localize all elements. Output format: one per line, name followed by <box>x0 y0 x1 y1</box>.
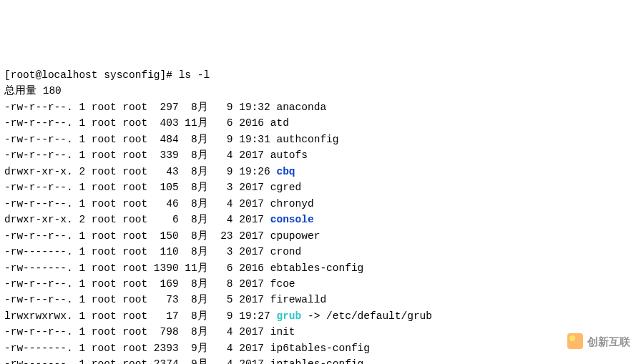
file-name: init <box>270 326 295 338</box>
file-name: cpupower <box>270 230 320 242</box>
file-name: anaconda <box>276 102 326 113</box>
listing-row: -rw-r--r--. 1 root root 73 8月 5 2017 fir… <box>4 292 637 308</box>
file-name: ebtables-config <box>270 262 364 274</box>
listing-row: lrwxrwxrwx. 1 root root 17 8月 9 19:27 gr… <box>4 308 637 324</box>
file-name-link: grub <box>276 310 301 322</box>
file-name: autofs <box>270 149 308 161</box>
file-name: firewalld <box>270 294 326 305</box>
file-name: chronyd <box>270 198 314 210</box>
prompt-line: [root@localhost sysconfig]# ls -l <box>4 67 637 83</box>
listing-row: drwxr-xr-x. 2 root root 43 8月 9 19:26 cb… <box>4 164 637 179</box>
listing-row: -rw-r--r--. 1 root root 484 8月 9 19:31 a… <box>4 132 637 147</box>
listing-row: -rw-r--r--. 1 root root 105 8月 3 2017 cg… <box>4 179 637 195</box>
watermark-logo-icon <box>567 333 583 349</box>
listing-row: -rw-------. 1 root root 2374 9月 4 2017 i… <box>4 356 637 364</box>
listing-row: -rw-r--r--. 1 root root 169 8月 8 2017 fc… <box>4 276 637 292</box>
file-name-dir: console <box>270 214 314 225</box>
file-name: authconfig <box>276 134 338 145</box>
watermark-text: 创新互联 <box>587 333 630 350</box>
file-name: fcoe <box>270 278 295 290</box>
listing-row: -rw-r--r--. 1 root root 798 8月 4 2017 in… <box>4 324 637 340</box>
listing-row: -rw-r--r--. 1 root root 46 8月 4 2017 chr… <box>4 196 637 212</box>
listing-row: -rw-------. 1 root root 2393 9月 4 2017 i… <box>4 340 637 356</box>
listing-row: -rw-r--r--. 1 root root 297 8月 9 19:32 a… <box>4 99 637 115</box>
listing-row: -rw-------. 1 root root 1390 11月 6 2016 … <box>4 260 637 276</box>
file-name: atd <box>270 117 289 129</box>
file-name: iptables-config <box>270 358 364 364</box>
listing-row: -rw-r--r--. 1 root root 339 8月 4 2017 au… <box>4 147 637 163</box>
file-name: crond <box>270 246 302 257</box>
listing-row: -rw-r--r--. 1 root root 150 8月 23 2017 c… <box>4 228 637 244</box>
listing-row: -rw-------. 1 root root 110 8月 3 2017 cr… <box>4 244 637 260</box>
listing-row: -rw-r--r--. 1 root root 403 11月 6 2016 a… <box>4 115 637 131</box>
file-name: cgred <box>270 182 302 193</box>
file-name: ip6tables-config <box>270 343 370 354</box>
total-line: 总用量 180 <box>4 83 637 99</box>
file-name-dir: cbq <box>276 166 295 177</box>
listing-row: drwxr-xr-x. 2 root root 6 8月 4 2017 cons… <box>4 212 637 227</box>
terminal-output: [root@localhost sysconfig]# ls -l总用量 180… <box>4 67 637 364</box>
watermark: 创新互联 <box>567 333 630 350</box>
